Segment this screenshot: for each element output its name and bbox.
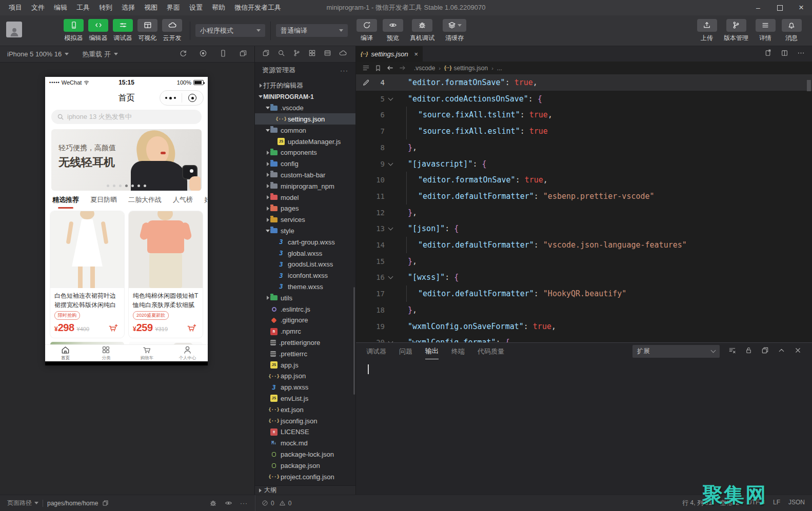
statusbar-item[interactable]: JSON [788, 499, 805, 507]
panel-tab-输出[interactable]: 输出 [425, 343, 439, 359]
tree-item-打开的编辑器[interactable]: 打开的编辑器 [255, 80, 355, 91]
device-icon-button[interactable] [219, 49, 227, 59]
unlock-icon-button[interactable] [745, 346, 752, 356]
menu-item-3[interactable]: 工具 [72, 0, 94, 15]
menu-item-9[interactable]: 帮助 [207, 0, 230, 15]
tree-item-components[interactable]: components [255, 147, 355, 158]
category-tab-好物优选[interactable]: 好物优选 [204, 195, 208, 205]
tree-item-global.wxss[interactable]: 3global.wxss [255, 248, 355, 259]
tree-item-app.json[interactable]: {··}app.json [255, 371, 355, 382]
editor-scrollbar[interactable] [807, 80, 811, 91]
tree-item-package-lock.json[interactable]: package-lock.json [255, 448, 355, 460]
search-bar[interactable]: iphone 13 火热发售中 [51, 110, 202, 124]
add-to-cart-button[interactable] [108, 323, 120, 333]
mode-select[interactable]: 小程序模式 [195, 24, 265, 37]
tree-item-project.config.json[interactable]: {··}project.config.json [255, 471, 355, 482]
breadcrumb-item[interactable]: ... [497, 65, 502, 72]
fold-chevron-icon[interactable] [388, 160, 393, 166]
tab-settings-json[interactable]: {··} settings.json × [356, 46, 423, 62]
code-line-9[interactable]: 9"[javascript]": { [356, 156, 812, 172]
tree-item-.gitignore[interactable]: .gitignore [255, 315, 355, 326]
tabbar-item-个人中心[interactable]: 个人中心 [167, 345, 208, 361]
forward-arrow-icon[interactable] [399, 64, 406, 72]
split-editor-icon-button[interactable] [781, 49, 788, 59]
record-icon-button[interactable] [199, 49, 207, 59]
category-tab-人气榜[interactable]: 人气榜 [173, 195, 193, 205]
menu-item-2[interactable]: 编辑 [49, 0, 72, 15]
explorer-grid4-icon-button[interactable] [308, 49, 316, 59]
code-line-13[interactable]: 13"[json]": { [356, 220, 812, 237]
tree-item-goodsList.wxss[interactable]: 3goodsList.wxss [255, 259, 355, 270]
toolbar-button-编译[interactable]: 编译 [354, 19, 380, 43]
tree-item-common[interactable]: common [255, 125, 355, 136]
product-card[interactable]: 纯色纯棉休闲圆领短袖T恤纯白亲肤厚柔软细腻舒适2020盛夏新款¥259¥319 [129, 211, 203, 338]
rotate-icon-button[interactable] [179, 49, 187, 59]
code-line-12[interactable]: 12}, [356, 205, 812, 221]
toolbar-button-云开发[interactable]: 云开发 [160, 19, 184, 43]
code-line-17[interactable]: 17"editor.defaultFormatter": "HookyQR.be… [356, 285, 812, 302]
code-line-11[interactable]: 11"editor.defaultFormatter": "esbenp.pre… [356, 188, 812, 205]
add-to-cart-button[interactable] [187, 323, 198, 333]
breadcrumb-item[interactable]: .vscode [414, 65, 435, 72]
close-button[interactable]: × [790, 0, 812, 15]
category-tab-二胎大作战[interactable]: 二胎大作战 [128, 195, 162, 205]
fold-chevron-icon[interactable] [388, 95, 393, 100]
tree-item-settings.json[interactable]: {··}settings.json [255, 113, 355, 125]
page-path-select[interactable]: 页面路径 [7, 499, 38, 507]
tree-item-utils[interactable]: utils [255, 292, 355, 303]
menu-item-0[interactable]: 项目 [4, 0, 27, 15]
clear-output-icon-button[interactable] [728, 346, 736, 356]
toolbar-button-调试器[interactable]: 调试器 [111, 19, 135, 43]
toolbar-button-真机调试[interactable]: 真机调试 [406, 19, 438, 43]
fold-chevron-icon[interactable] [388, 226, 393, 231]
back-arrow-icon[interactable] [386, 64, 394, 72]
tree-item-.vscode[interactable]: .vscode [255, 103, 355, 114]
tree-item-cart-group.wxss[interactable]: 3cart-group.wxss [255, 236, 355, 248]
chevron-up-icon-button[interactable] [778, 346, 785, 356]
tree-item-.prettierrc[interactable]: .prettierrc [255, 348, 355, 359]
code-editor[interactable]: 4"editor.formatOnSave": true,5"editor.co… [356, 74, 812, 342]
list-icon[interactable] [362, 64, 370, 72]
tree-item-custom-tab-bar[interactable]: custom-tab-bar [255, 169, 355, 180]
explorer-branch-icon-button[interactable] [293, 49, 301, 59]
menu-item-10[interactable]: 微信开发者工具 [230, 0, 286, 15]
menu-item-1[interactable]: 文件 [27, 0, 49, 15]
code-line-18[interactable]: 18}, [356, 302, 812, 318]
toolbar-button-编辑器[interactable]: 编辑器 [86, 19, 110, 43]
tree-item-ext.json[interactable]: {··}ext.json [255, 404, 355, 415]
output-channel-select[interactable]: 扩展 [632, 345, 720, 358]
tree-item-style[interactable]: style [255, 225, 355, 236]
code-line-5[interactable]: 5"editor.codeActionsOnSave": { [356, 91, 812, 107]
minimize-button[interactable]: – [747, 0, 769, 15]
avatar[interactable] [6, 22, 22, 37]
tree-item-app.wxss[interactable]: 3app.wxss [255, 382, 355, 393]
output-content[interactable] [356, 359, 812, 495]
toolbar-button-预览[interactable]: 预览 [380, 19, 406, 43]
code-line-7[interactable]: 7"source.fixAll.eslint": true [356, 123, 812, 139]
toolbar-button-版本管理[interactable]: 版本管理 [720, 19, 752, 43]
close-tab-icon[interactable]: × [414, 50, 418, 58]
eye-icon[interactable] [225, 499, 232, 507]
fold-chevron-icon[interactable] [388, 274, 393, 279]
close-icon-button[interactable] [794, 346, 802, 356]
outline-section[interactable]: 大纲 [255, 485, 355, 495]
tree-item-model[interactable]: model [255, 192, 355, 203]
panel-tab-代码质量[interactable]: 代码质量 [478, 343, 504, 359]
menu-item-4[interactable]: 转到 [94, 0, 117, 15]
toolbar-button-消息[interactable]: 消息 [779, 19, 804, 43]
more-icon-button[interactable] [797, 49, 805, 59]
toolbar-button-模拟器[interactable]: 模拟器 [62, 19, 86, 43]
split-panel-icon-button[interactable] [761, 346, 769, 356]
preview-file-icon-button[interactable] [764, 49, 772, 59]
explorer-search-icon-button[interactable] [278, 49, 285, 59]
tree-item-services[interactable]: services [255, 214, 355, 226]
copy-path-icon[interactable] [102, 500, 109, 506]
tree-item-miniprogram_npm[interactable]: miniprogram_npm [255, 180, 355, 192]
code-line-4[interactable]: 4"editor.formatOnSave": true, [356, 74, 812, 91]
toolbar-button-详情[interactable]: 详情 [752, 19, 778, 43]
breadcrumb-item[interactable]: {··} settings.json [444, 65, 488, 72]
category-tab-精选推荐[interactable]: 精选推荐 [52, 195, 79, 205]
tree-item-.npmrc[interactable]: n.npmrc [255, 326, 355, 337]
debug-icon[interactable] [209, 499, 217, 507]
panel-tab-问题[interactable]: 问题 [399, 343, 412, 359]
